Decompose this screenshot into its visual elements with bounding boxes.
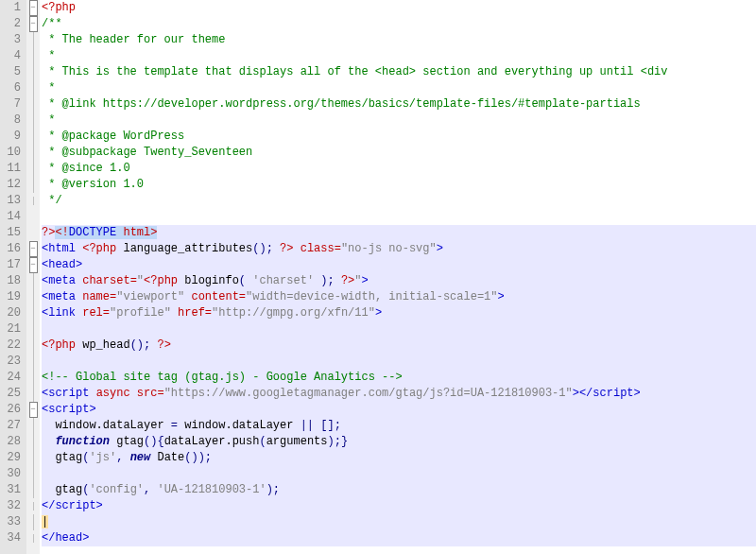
line-number: 2	[0, 16, 21, 32]
code-line[interactable]	[42, 354, 756, 370]
fold-cell	[26, 80, 40, 96]
fold-cell	[26, 482, 40, 498]
line-number: 12	[0, 177, 21, 193]
fold-cell	[26, 370, 40, 386]
code-line[interactable]: <?php wp_head(); ?>	[42, 338, 756, 354]
code-line[interactable]	[42, 466, 756, 482]
code-line[interactable]: <head>	[42, 257, 756, 273]
code-line[interactable]: <meta name="viewport" content="width=dev…	[42, 289, 756, 305]
fold-cell	[26, 161, 40, 177]
code-line[interactable]: <script async src="https://www.googletag…	[42, 386, 756, 402]
line-number: 30	[0, 466, 21, 482]
fold-cell	[26, 530, 40, 546]
fold-cell	[26, 64, 40, 80]
fold-toggle-icon[interactable]: −	[29, 0, 38, 16]
line-number: 19	[0, 289, 21, 305]
line-number: 23	[0, 354, 21, 370]
code-line[interactable]: |	[42, 514, 756, 530]
code-line[interactable]: <script>	[42, 402, 756, 418]
line-number: 34	[0, 530, 21, 546]
fold-cell	[26, 289, 40, 305]
fold-cell	[26, 193, 40, 209]
code-line[interactable]	[42, 321, 756, 338]
line-number: 6	[0, 80, 21, 96]
code-line[interactable]: *	[42, 113, 756, 129]
fold-cell[interactable]: −	[26, 241, 40, 257]
fold-toggle-icon[interactable]: −	[29, 257, 38, 273]
code-editor[interactable]: 1234567891011121314151617181920212223242…	[0, 0, 756, 554]
code-line[interactable]: </head>	[42, 530, 756, 546]
fold-cell	[26, 96, 40, 113]
fold-cell	[26, 466, 40, 482]
code-line[interactable]: /**	[42, 16, 756, 32]
fold-cell	[26, 48, 40, 64]
fold-toggle-icon[interactable]: −	[29, 402, 38, 418]
code-line[interactable]: window.dataLayer = window.dataLayer || […	[42, 418, 756, 434]
line-number-gutter: 1234567891011121314151617181920212223242…	[0, 0, 26, 554]
code-line[interactable]: ?><!DOCTYPE html>	[42, 225, 756, 241]
code-line[interactable]: * @package WordPress	[42, 129, 756, 145]
code-line[interactable]: <meta charset="<?php bloginfo( 'charset'…	[42, 273, 756, 289]
line-number: 32	[0, 498, 21, 514]
code-line[interactable]: gtag('config', 'UA-121810903-1');	[42, 482, 756, 498]
code-line[interactable]: * @link https://developer.wordpress.org/…	[42, 96, 756, 113]
line-number: 25	[0, 386, 21, 402]
fold-cell[interactable]: −	[26, 257, 40, 273]
fold-cell[interactable]: −	[26, 0, 40, 16]
line-number: 24	[0, 370, 21, 386]
fold-cell	[26, 386, 40, 402]
code-line[interactable]: * @since 1.0	[42, 161, 756, 177]
line-number: 8	[0, 113, 21, 129]
code-line[interactable]: * This is the template that displays all…	[42, 64, 756, 80]
code-line[interactable]: <?php	[42, 0, 756, 16]
fold-cell	[26, 177, 40, 193]
line-number: 33	[0, 514, 21, 530]
fold-cell	[26, 209, 40, 225]
line-number: 28	[0, 434, 21, 450]
code-line[interactable]: * @subpackage Twenty_Seventeen	[42, 145, 756, 161]
line-number: 16	[0, 241, 21, 257]
fold-cell	[26, 225, 40, 241]
fold-cell	[26, 450, 40, 466]
line-number: 22	[0, 338, 21, 354]
code-line[interactable]: <html <?php language_attributes(); ?> cl…	[42, 241, 756, 257]
line-number: 5	[0, 64, 21, 80]
code-line[interactable]: * The header for our theme	[42, 32, 756, 48]
line-number: 20	[0, 305, 21, 321]
line-number: 13	[0, 193, 21, 209]
fold-toggle-icon[interactable]: −	[29, 16, 38, 32]
line-number: 1	[0, 0, 21, 16]
fold-toggle-icon[interactable]: −	[29, 241, 38, 257]
fold-cell	[26, 273, 40, 289]
fold-cell	[26, 305, 40, 321]
line-number: 21	[0, 321, 21, 338]
code-line[interactable]: </script>	[42, 498, 756, 514]
code-line[interactable]	[42, 209, 756, 225]
fold-cell[interactable]: −	[26, 16, 40, 32]
line-number: 29	[0, 450, 21, 466]
code-line[interactable]: */	[42, 193, 756, 209]
line-number: 18	[0, 273, 21, 289]
line-number: 17	[0, 257, 21, 273]
line-number: 31	[0, 482, 21, 498]
fold-cell	[26, 354, 40, 370]
fold-cell	[26, 514, 40, 530]
fold-cell	[26, 32, 40, 48]
code-area[interactable]: <?php/** * The header for our theme * * …	[40, 0, 756, 554]
code-line[interactable]: gtag('js', new Date());	[42, 450, 756, 466]
code-line[interactable]: * @version 1.0	[42, 177, 756, 193]
fold-margin[interactable]: −−−−−	[26, 0, 40, 554]
fold-cell[interactable]: −	[26, 402, 40, 418]
code-line[interactable]: *	[42, 80, 756, 96]
fold-cell	[26, 338, 40, 354]
line-number: 3	[0, 32, 21, 48]
code-line[interactable]: <!-- Global site tag (gtag.js) - Google …	[42, 370, 756, 386]
code-line[interactable]: *	[42, 48, 756, 64]
fold-cell	[26, 498, 40, 514]
line-number: 7	[0, 96, 21, 113]
fold-cell	[26, 129, 40, 145]
line-number: 15	[0, 225, 21, 241]
code-line[interactable]: <link rel="profile" href="http://gmpg.or…	[42, 305, 756, 321]
fold-cell	[26, 434, 40, 450]
code-line[interactable]: function gtag(){dataLayer.push(arguments…	[42, 434, 756, 450]
